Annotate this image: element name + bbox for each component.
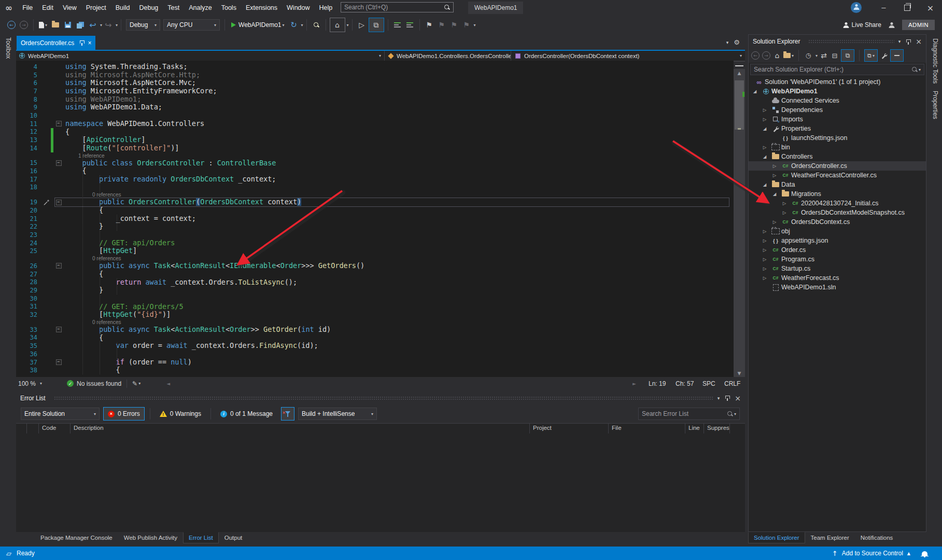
code-line-38[interactable]: 38 {: [16, 366, 734, 374]
collapsed-arrow-icon[interactable]: ▷: [771, 163, 778, 169]
panel-tab-package-manager-console[interactable]: Package Manager Console: [35, 532, 118, 543]
menu-item-project[interactable]: Project: [81, 0, 111, 16]
back-button[interactable]: ←: [751, 50, 760, 61]
code-editor[interactable]: 4using System.Threading.Tasks;5using Mic…: [16, 61, 734, 377]
collapsed-arrow-icon[interactable]: ▷: [762, 247, 768, 253]
add-to-source-control-button[interactable]: Add to Source Control: [842, 550, 903, 557]
error-list-title-bar[interactable]: Error List ▾ ×: [16, 391, 745, 404]
code-line-10[interactable]: 10: [16, 111, 734, 120]
hot-reload-button[interactable]: ↻: [288, 19, 300, 31]
code-line-33[interactable]: 33− public async Task<ActionResult<Order…: [16, 326, 734, 334]
quick-actions-screwdriver-icon[interactable]: [42, 199, 50, 206]
code-line-13[interactable]: 13 [ApiController]: [16, 136, 734, 144]
clear-bookmarks-button[interactable]: ⚑: [461, 19, 472, 31]
redo-button[interactable]: ↪: [103, 19, 114, 31]
tree-item-data[interactable]: ◢Data: [749, 180, 926, 189]
diagnostic-tools-tab[interactable]: Diagnostic Tools: [932, 38, 939, 83]
pending-changes-filter-button[interactable]: ◷: [804, 50, 813, 61]
column-header-description[interactable]: Description: [71, 424, 530, 433]
tree-item-connected-services[interactable]: Connected Services: [749, 96, 926, 105]
fold-toggle[interactable]: −: [54, 160, 63, 166]
collapsed-arrow-icon[interactable]: ▷: [762, 145, 768, 150]
breadcrumb-member-dropdown[interactable]: OrdersController(OrdersDbContext context…: [511, 51, 745, 61]
undo-button[interactable]: ↩: [87, 19, 99, 31]
fold-toggle[interactable]: −: [54, 327, 63, 332]
code-line-30[interactable]: 30: [16, 295, 734, 303]
scroll-down-icon[interactable]: ▼: [734, 371, 745, 376]
toggle-bookmark-button[interactable]: ⚑: [424, 19, 435, 31]
menu-item-file[interactable]: File: [18, 0, 37, 16]
column-header-blank[interactable]: [16, 424, 27, 433]
code-line-11[interactable]: 11−namespace WebAPIDemo1.Controllers: [16, 120, 734, 128]
code-line-17[interactable]: 17 private readonly OrdersDbContext _con…: [16, 175, 734, 184]
start-debugging-button[interactable]: WebAPIDemo1 ▾: [231, 21, 285, 29]
scroll-right-icon[interactable]: ►: [632, 381, 636, 386]
code-line-14[interactable]: 14 [Route("[controller]")]: [16, 144, 734, 152]
code-line-25[interactable]: 25 [HttpGet]: [16, 247, 734, 255]
previous-bookmark-button[interactable]: ⚑: [436, 19, 447, 31]
toolbar-overflow-icon[interactable]: ▾: [474, 23, 476, 27]
code-line-28[interactable]: 28 return await _context.Orders.ToListAs…: [16, 278, 734, 287]
code-line-7[interactable]: 7using Microsoft.EntityFrameworkCore;: [16, 87, 734, 95]
menu-item-debug[interactable]: Debug: [134, 0, 163, 16]
tree-item-bin[interactable]: ▷bin: [749, 143, 926, 152]
collapsed-arrow-icon[interactable]: ▷: [762, 238, 768, 243]
new-project-button[interactable]: ▾: [37, 19, 49, 31]
pin-icon[interactable]: [906, 39, 910, 45]
collapse-all-button[interactable]: ⊟: [830, 50, 839, 61]
editor-splitter-handle[interactable]: [734, 62, 745, 69]
error-list-search-box[interactable]: Search Error List ▾: [638, 408, 740, 420]
code-line-21[interactable]: 21 _context = context;: [16, 215, 734, 223]
fold-toggle[interactable]: −: [54, 200, 63, 205]
editor-vertical-scrollbar[interactable]: ▲ ▼: [734, 61, 745, 377]
column-header-code[interactable]: Code: [39, 424, 71, 433]
menu-item-tools[interactable]: Tools: [217, 0, 241, 16]
tree-item-appsettings-json[interactable]: ▷{ }appsettings.json: [749, 236, 926, 245]
sync-with-active-document-button[interactable]: ⇄: [819, 50, 828, 61]
close-button[interactable]: ×: [919, 0, 942, 16]
menu-item-build[interactable]: Build: [111, 0, 135, 16]
code-line-32[interactable]: 32 [HttpGet("{id}")]: [16, 311, 734, 319]
tree-item-solution-webapidemo1-1-of-1-project-[interactable]: ∞Solution 'WebAPIDemo1' (1 of 1 project): [749, 77, 926, 87]
code-line-22[interactable]: 22 }: [16, 222, 734, 231]
code-line-4[interactable]: 4using System.Threading.Tasks;: [16, 63, 734, 71]
navigate-backward-button[interactable]: ←: [6, 19, 17, 31]
panel-tab-output[interactable]: Output: [219, 532, 248, 543]
track-changes-icon[interactable]: ✎: [132, 380, 137, 387]
tab-list-caret-icon[interactable]: ▾: [726, 38, 729, 46]
fold-toggle[interactable]: −: [54, 121, 63, 127]
save-all-button[interactable]: [75, 19, 86, 31]
collapsed-arrow-icon[interactable]: ▷: [762, 257, 768, 262]
menu-item-window[interactable]: Window: [282, 0, 314, 16]
expanded-arrow-icon[interactable]: ◢: [762, 154, 768, 159]
navigation-bar-toggle-button[interactable]: ⧉: [369, 18, 384, 32]
code-line-24[interactable]: 24 // GET: api/Orders: [16, 239, 734, 247]
forward-button[interactable]: →: [762, 50, 771, 61]
save-button[interactable]: [62, 19, 74, 31]
column-header-suppres[interactable]: Suppres: [704, 424, 730, 433]
fold-toggle[interactable]: −: [54, 359, 63, 365]
document-tab[interactable]: OrdersController.cs ×: [17, 36, 95, 50]
background-tasks-icon[interactable]: ▱: [6, 550, 11, 557]
platform-combo[interactable]: Any CPU▾: [163, 19, 220, 31]
link-views-button[interactable]: ⧉▾: [864, 49, 878, 62]
window-position-caret-icon[interactable]: ▾: [898, 39, 901, 44]
code-line-9[interactable]: 9using WebAPIDemo1.Data;: [16, 103, 734, 111]
code-line-12[interactable]: 12{: [16, 128, 734, 136]
messages-filter-button[interactable]: i 0 of 1 Message: [216, 408, 277, 420]
menu-item-view[interactable]: View: [58, 0, 81, 16]
restore-button[interactable]: [895, 0, 919, 16]
tree-item-properties[interactable]: ◢Properties: [749, 124, 926, 133]
panel-tab-notifications[interactable]: Notifications: [855, 532, 899, 543]
column-header-blank[interactable]: [27, 424, 39, 433]
collapsed-arrow-icon[interactable]: ▷: [762, 229, 768, 234]
issues-status-label[interactable]: No issues found: [77, 380, 121, 387]
collapsed-arrow-icon[interactable]: ▷: [762, 266, 768, 271]
live-share-button[interactable]: Live Share: [843, 21, 881, 29]
next-bookmark-button[interactable]: ⚑: [448, 19, 460, 31]
open-file-button[interactable]: [50, 19, 61, 31]
feedback-icon[interactable]: [889, 22, 895, 28]
menu-item-analyze[interactable]: Analyze: [184, 0, 216, 16]
tree-item-orderscontroller-cs[interactable]: ▷C#OrdersController.cs: [749, 161, 926, 171]
collapsed-arrow-icon[interactable]: ▷: [781, 210, 788, 215]
